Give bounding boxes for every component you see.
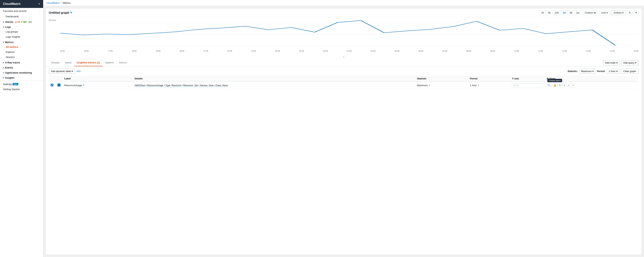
chevron-down-icon: ▸ (3, 21, 4, 23)
metrics-toolbar-right: Statistic: Maximum ▾ Period: 1 hour ▾ Cl… (568, 69, 638, 74)
metrics-table: Label Details Statistic Period Y axis Ac… (49, 76, 638, 89)
custom-time-button[interactable]: Custom ⊞ (582, 10, 598, 15)
col-statistic: Statistic (415, 76, 468, 82)
chevron-down-statistic-icon: ▾ (592, 70, 594, 73)
chevron-right-app-icon: ▸ (3, 72, 4, 74)
chart-svg: 4.90 4.39 3.88 (60, 19, 638, 49)
row-action-alarm-btn[interactable]: 🔔 (552, 83, 557, 87)
graph-title-edit-icon[interactable]: ✎ (70, 11, 72, 14)
sidebar-item-settings[interactable]: Settings New (0, 82, 43, 87)
row-action-alarm-wrapper: 🔔 Create alarm (552, 83, 557, 87)
refresh-button[interactable]: ↻ (627, 10, 633, 15)
row-period-dropdown[interactable]: ▾ (477, 83, 480, 87)
row-actions-cell: 🔍 🔔 Create alarm ⧉ ∧ ∨ × (545, 82, 638, 89)
chevron-right-events-icon: ▸ (3, 67, 4, 69)
row-period-value: 1 hour (470, 84, 477, 87)
row-action-delete-btn[interactable]: × (572, 83, 575, 87)
sidebar-item-all-metrics[interactable]: All metrics (0, 44, 43, 49)
add-math-button[interactable]: Add math ▾ (603, 60, 620, 65)
sidebar-group-app-monitoring[interactable]: ▸ Application monitoring (0, 70, 43, 75)
resize-handle[interactable]: ≡ (46, 55, 642, 59)
add-query-label: Add query (623, 61, 634, 64)
sidebar-item-dashboards[interactable]: Dashboards (0, 14, 43, 19)
tab-browse[interactable]: Browse (49, 59, 62, 66)
row-period-cell: 1 hour ▾ (468, 82, 510, 89)
row-checkbox-cell (49, 82, 56, 89)
chevron-down-logs-icon: ▾ (3, 26, 4, 28)
sidebar-group-events[interactable]: ▸ Events (0, 65, 43, 70)
row-action-up-btn[interactable]: ∧ (562, 83, 566, 87)
tab-query[interactable]: Query (62, 59, 74, 66)
actions-button[interactable]: Actions ▾ (611, 10, 626, 15)
sidebar-group-insights[interactable]: ▸ Insights (0, 75, 43, 80)
alarm-badge-red: ⚠ 14 (15, 21, 20, 23)
statistic-dropdown[interactable]: Maximum ▾ (579, 69, 596, 74)
tab-options[interactable]: Options (103, 59, 116, 66)
row-label-cell: ResourceUsage ✎ (62, 82, 133, 89)
graph-header: Untitled graph ✎ 1h 3h 12h 1d 3d 1w Cust… (46, 8, 642, 17)
chevron-right-xray-icon: ▸ (3, 61, 4, 64)
col-checkbox (49, 76, 56, 82)
sidebar-group-alarms[interactable]: ▸ Alarms ⚠ 14 ✔ 50+ ⊘ 0 (0, 19, 43, 24)
time-btn-12h[interactable]: 12h (553, 10, 561, 15)
time-btn-1w[interactable]: 1w (574, 10, 581, 15)
chevron-down-settings-icon: ▾ (636, 11, 637, 14)
row-statistic-dropdown[interactable]: ▾ (428, 83, 431, 87)
period-dropdown[interactable]: 1 hour ▾ (607, 69, 619, 74)
sidebar-header: CloudWatch × (0, 0, 43, 8)
row-yaxis-left-btn[interactable]: ◁ (512, 83, 516, 87)
row-details-cell: AWS/Glue • ResourceUsage • Type: Resourc… (133, 82, 415, 89)
period-value: 1 hour (608, 70, 616, 73)
custom-label: Custom (585, 11, 593, 14)
tab-source[interactable]: Source (116, 59, 129, 66)
settings-dropdown-button[interactable]: ▾ (634, 10, 638, 15)
sidebar-group-logs[interactable]: ▾ Logs (0, 24, 43, 29)
row-action-search-btn[interactable]: 🔍 (546, 83, 552, 87)
sidebar-item-streams[interactable]: Streams (0, 54, 43, 60)
sidebar-group-metrics[interactable]: ▾ Metrics (0, 39, 43, 44)
col-details: Details (133, 76, 415, 82)
breadcrumb-cloudwatch[interactable]: CloudWatch (46, 1, 60, 4)
sidebar-group-xray[interactable]: ▸ X-Ray traces (0, 60, 43, 65)
row-statistic-cell: Maximum ▾ (415, 82, 468, 89)
table-row: ResourceUsage ✎ AWS/Glue • ResourceUsage… (49, 82, 638, 89)
sidebar-item-getting-started[interactable]: Getting Started (0, 87, 43, 92)
chart-area: Percent 4.90 4.39 3.88 15:00 1 (46, 17, 642, 55)
tab-graphed-metrics[interactable]: Graphed metrics (1) (74, 59, 103, 66)
sidebar-item-favorites[interactable]: Favorites and recents › (0, 8, 43, 14)
chevron-down-period-icon: ▾ (616, 70, 618, 73)
graph-title-text: Untitled graph (49, 11, 69, 14)
time-btn-3h[interactable]: 3h (546, 10, 553, 15)
row-yaxis-right-btn[interactable]: ▷ (516, 83, 520, 87)
row-label-edit-icon[interactable]: ✎ (83, 84, 84, 87)
sidebar-item-log-groups[interactable]: Log groups (0, 29, 43, 34)
clear-graph-button[interactable]: Clear graph (621, 69, 638, 74)
sidebar-item-logs-insights[interactable]: Logs Insights (0, 34, 43, 39)
row-checkbox[interactable] (51, 84, 53, 86)
chevron-down-actions-icon: ▾ (622, 11, 624, 14)
breadcrumb-metrics: Metrics (63, 1, 71, 4)
tabs-right: Add math ▾ Add query ▾ (603, 60, 638, 65)
sidebar-title: CloudWatch (3, 2, 20, 6)
add-query-button[interactable]: Add query ▾ (621, 60, 638, 65)
time-btn-1h[interactable]: 1h (540, 10, 546, 15)
col-label: Label (62, 76, 133, 82)
calendar-icon: ⊞ (594, 11, 596, 14)
chevron-down-chart-icon: ▾ (606, 11, 608, 14)
label-with-edit: ResourceUsage ✎ (64, 84, 131, 87)
time-btn-1d[interactable]: 1d (561, 10, 568, 15)
period-label: Period: (597, 70, 606, 73)
metrics-toolbar-left: Add dynamic label ▾ Info (49, 69, 81, 74)
time-btn-3d[interactable]: 3d (568, 10, 574, 15)
sidebar-close-icon[interactable]: × (38, 2, 40, 6)
sidebar-item-explorer[interactable]: Explorer (0, 49, 43, 54)
add-dynamic-label-button[interactable]: Add dynamic label ▾ (49, 69, 75, 74)
row-action-copy-btn[interactable]: ⧉ (558, 83, 562, 87)
row-action-down-btn[interactable]: ∨ (567, 83, 571, 87)
info-link[interactable]: Info (76, 70, 81, 73)
chart-type-dropdown[interactable]: Line ▾ (599, 10, 610, 15)
chart-svg-container: 4.90 4.39 3.88 15:00 16:00 17:00 18:00 1… (60, 19, 638, 51)
statistic-value: Maximum (581, 70, 592, 73)
row-details-text[interactable]: AWS/Glue • ResourceUsage • Type: Resourc… (134, 84, 228, 87)
x-axis-labels: 15:00 16:00 17:00 18:00 19:00 20:00 21:0… (60, 50, 638, 52)
